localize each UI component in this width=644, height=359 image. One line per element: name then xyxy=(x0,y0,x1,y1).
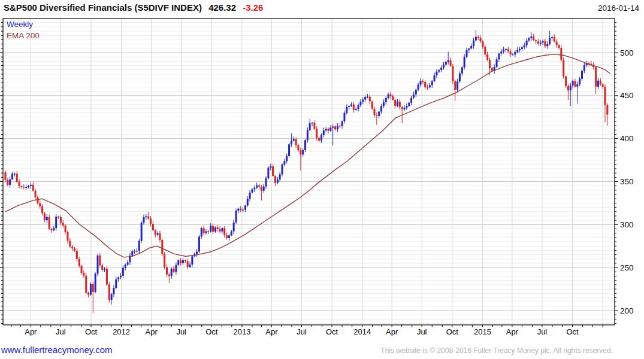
y-axis-label: 250 xyxy=(620,263,634,272)
y-axis-label: 450 xyxy=(620,91,634,100)
candlestick-series xyxy=(5,31,609,314)
y-axis-label: 400 xyxy=(620,134,634,143)
x-axis-label: Jul xyxy=(56,327,66,336)
legend-timeframe: Weekly xyxy=(7,20,33,29)
x-axis-label: 2013 xyxy=(233,327,250,336)
x-axis-label: Apr xyxy=(25,327,37,336)
x-axis-label: 2014 xyxy=(353,327,371,336)
chart-title: S&P500 Diversified Financials (S5DIVF IN… xyxy=(4,2,202,13)
chart-title-bar: S&P500 Diversified Financials (S5DIVF IN… xyxy=(4,2,263,13)
copyright-text: This website is © 2008-2016 Fuller Treac… xyxy=(380,346,613,355)
x-axis-label: Apr xyxy=(265,327,278,336)
y-axis-label: 300 xyxy=(620,220,634,229)
price-change: -3.26 xyxy=(243,2,263,13)
last-price: 426.32 xyxy=(208,2,236,13)
y-axis-label: 350 xyxy=(620,177,634,186)
chart-page: { "header": { "title_main": "S&P500 Dive… xyxy=(0,0,644,359)
x-axis-label: Apr xyxy=(146,327,158,336)
x-axis-label: Jul xyxy=(417,327,427,336)
x-axis-label: Jul xyxy=(537,327,548,336)
website-link[interactable]: www.fullertreacymoney.com xyxy=(1,345,113,355)
x-axis-label: 2015 xyxy=(474,327,491,336)
x-axis-label: Apr xyxy=(386,327,398,336)
x-axis-label: Oct xyxy=(566,327,579,336)
x-axis-label: Jul xyxy=(297,327,307,336)
x-axis-label: Oct xyxy=(446,327,459,336)
x-axis-label: Jul xyxy=(176,327,186,336)
x-axis-label: Oct xyxy=(326,327,338,336)
x-axis-label: Oct xyxy=(205,327,218,336)
y-axis-label: 500 xyxy=(620,48,634,57)
legend-ema-200: EMA 200 xyxy=(7,31,40,40)
x-axis-label: Apr xyxy=(506,327,519,336)
y-axis-label: 200 xyxy=(620,306,634,315)
chart-canvas: 200250300350400450500AprJulOct2012AprJul… xyxy=(0,0,644,359)
x-axis-label: Oct xyxy=(85,327,98,336)
as-of-date: 2016-01-14 xyxy=(598,4,639,13)
x-axis-label: 2012 xyxy=(113,327,130,336)
